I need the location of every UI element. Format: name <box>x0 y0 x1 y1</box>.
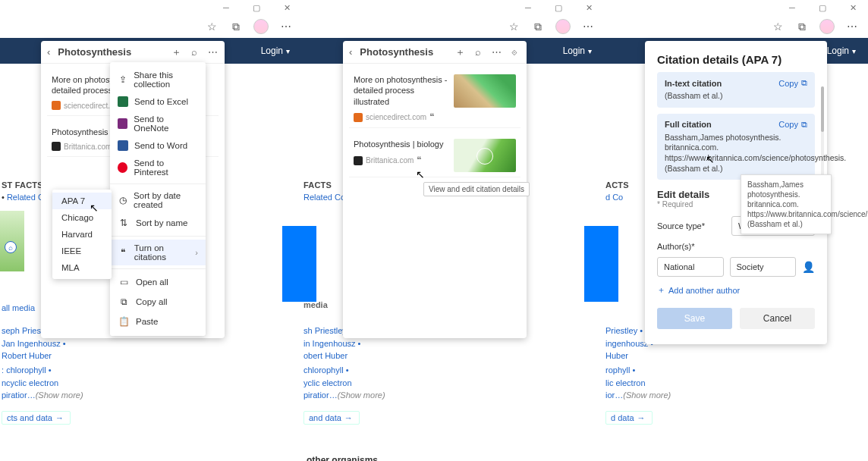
topic-link[interactable]: piratior <box>2 390 27 400</box>
profile-avatar[interactable] <box>555 19 571 34</box>
quote-icon[interactable]: ❝ <box>429 111 434 124</box>
more-icon[interactable]: ⋯ <box>845 20 859 33</box>
more-icon[interactable]: ⋯ <box>490 46 502 58</box>
max-button[interactable]: ▢ <box>250 2 263 14</box>
collection-card[interactable]: Photosynthesis | biology Brittanica.com … <box>349 134 520 177</box>
add-author-button[interactable]: ＋Add another author <box>657 284 815 296</box>
favorite-icon[interactable]: ☆ <box>507 20 520 33</box>
source-icon <box>52 101 61 110</box>
collections-icon[interactable]: ⧉ <box>229 20 243 33</box>
copy-icon: ⧉ <box>801 78 807 88</box>
topic-link[interactable]: ncyclic electron <box>2 378 58 387</box>
quote-icon[interactable]: ❝ <box>417 155 421 167</box>
show-more[interactable]: (Show more) <box>623 390 671 400</box>
pinterest-icon <box>118 162 127 173</box>
login-link[interactable]: Login▾ <box>827 45 856 56</box>
person-link[interactable]: in Ingenhousz <box>303 339 356 348</box>
profile-avatar[interactable] <box>819 19 835 34</box>
copy-button[interactable]: Copy ⧉ <box>778 120 807 130</box>
show-more[interactable]: (Show more) <box>338 390 385 400</box>
submenu-apa7[interactable]: APA 7 <box>52 193 112 209</box>
person-link[interactable]: Priestley <box>605 326 637 335</box>
person-link[interactable]: Huber <box>605 351 628 360</box>
topic-link[interactable]: chlorophyll <box>303 365 344 375</box>
person-link[interactable]: obert Huber <box>303 351 348 360</box>
author-first-input[interactable]: National <box>657 257 724 277</box>
favorite-icon[interactable]: ☆ <box>205 20 219 33</box>
save-button[interactable]: Save <box>657 308 732 329</box>
flyout-title: Photosynthesis <box>358 46 448 58</box>
menu-open-all[interactable]: ▭Open all <box>110 272 206 292</box>
cancel-button[interactable]: Cancel <box>740 308 815 329</box>
menu-paste[interactable]: 📋Paste <box>110 312 206 331</box>
min-button[interactable]: ─ <box>220 2 232 14</box>
login-link[interactable]: Login▾ <box>563 45 592 56</box>
submenu-harvard[interactable]: Harvard <box>52 226 112 243</box>
menu-onenote[interactable]: Send to OneNote <box>110 111 206 136</box>
source-icon <box>354 156 363 165</box>
person-link[interactable]: Jan Ingenhousz <box>2 339 61 348</box>
add-icon[interactable]: ＋ <box>170 45 182 59</box>
back-icon[interactable]: ‹ <box>47 46 50 58</box>
menu-share[interactable]: ⇪Share this collection <box>110 67 206 93</box>
close-button[interactable]: ✕ <box>281 2 293 14</box>
collections-icon[interactable]: ⧉ <box>531 20 545 33</box>
max-button[interactable]: ▢ <box>816 2 829 14</box>
all-media-link[interactable]: all media <box>2 303 35 312</box>
submenu-chicago[interactable]: Chicago <box>52 209 112 226</box>
more-icon[interactable]: ⋯ <box>279 20 293 33</box>
zoom-icon[interactable]: ⌕ <box>5 241 17 253</box>
facts-button[interactable]: and data→ <box>303 411 360 425</box>
topic-link[interactable]: rophyll <box>605 365 630 375</box>
collections-icon[interactable]: ⧉ <box>795 20 809 33</box>
min-button[interactable]: ─ <box>786 2 798 14</box>
menu-pinterest[interactable]: Send to Pinterest <box>110 155 206 180</box>
show-more[interactable]: (Show more) <box>36 390 83 400</box>
min-button[interactable]: ─ <box>522 2 534 14</box>
login-link[interactable]: Login▾ <box>261 45 290 56</box>
menu-sort-date[interactable]: ◷Sort by date created <box>110 187 206 213</box>
topic-link[interactable]: lic electron <box>605 378 646 387</box>
share-icon: ⇪ <box>118 74 127 86</box>
topic-link[interactable]: yclic electron <box>303 378 352 387</box>
open-icon: ▭ <box>118 276 130 288</box>
submenu-mla[interactable]: MLA <box>52 259 112 276</box>
author-last-input[interactable]: Society <box>730 257 797 277</box>
close-button[interactable]: ✕ <box>583 2 595 14</box>
close-button[interactable]: ✕ <box>847 2 859 14</box>
favorite-icon[interactable]: ☆ <box>771 20 785 33</box>
menu-excel[interactable]: Send to Excel <box>110 93 206 111</box>
card-thumbnail <box>454 139 516 172</box>
max-button[interactable]: ▢ <box>552 2 565 14</box>
menu-citations[interactable]: ❝Turn on citations› <box>110 240 206 265</box>
facts-button[interactable]: d data→ <box>605 411 653 425</box>
profile-avatar[interactable] <box>253 19 269 34</box>
clock-icon: ◷ <box>118 194 127 206</box>
topic-link[interactable]: ior <box>605 390 615 400</box>
back-icon[interactable]: ‹ <box>349 46 352 58</box>
person-link[interactable]: Robert Huber <box>2 351 52 360</box>
menu-sort-name[interactable]: ⇅Sort by name <box>110 213 206 233</box>
more-icon[interactable]: ⋯ <box>581 20 595 33</box>
collection-card[interactable]: More on photosynthesis - detailed proces… <box>349 70 520 128</box>
related-link[interactable]: Related Co <box>303 193 345 202</box>
search-icon[interactable]: ⌕ <box>188 46 200 58</box>
full-citation-block: Full citation Copy ⧉ Bassham,James photo… <box>657 114 815 180</box>
copy-button[interactable]: Copy ⧉ <box>778 78 807 88</box>
person-icon[interactable]: 👤 <box>802 261 815 273</box>
related-link[interactable]: d Co <box>605 193 623 202</box>
source-type-label: Source type* <box>657 221 705 230</box>
menu-copy-all[interactable]: ⧉Copy all <box>110 292 206 312</box>
submenu-ieee[interactable]: IEEE <box>52 243 112 259</box>
topic-link[interactable]: chlorophyll <box>6 365 46 375</box>
person-link[interactable]: ingenhousz <box>605 339 648 348</box>
menu-word[interactable]: Send to Word <box>110 136 206 155</box>
facts-button[interactable]: cts and data→ <box>2 411 71 425</box>
search-icon[interactable]: ⌕ <box>472 46 484 58</box>
more-icon[interactable]: ⋯ <box>206 46 219 58</box>
pin-icon[interactable]: ⟐ <box>508 46 520 58</box>
add-icon[interactable]: ＋ <box>454 45 466 59</box>
topic-link[interactable]: piratior <box>303 390 329 400</box>
citations-submenu: APA 7 Chicago Harvard IEEE MLA <box>52 190 112 279</box>
person-link[interactable]: sh Priestley <box>303 326 347 335</box>
